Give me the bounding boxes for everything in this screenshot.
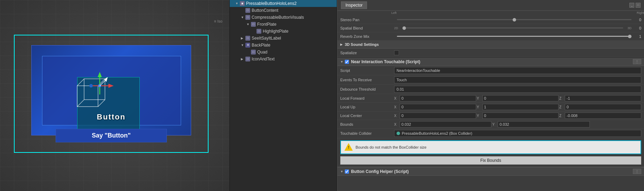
local-center-z-pair: Z xyxy=(559,113,641,119)
fold-arrow: ▼ xyxy=(235,2,239,5)
hierarchy-item-frontplate[interactable]: ▼ □ FrontPlate xyxy=(230,21,337,28)
near-interaction-fold: ▼ xyxy=(340,60,344,64)
hierarchy-label-quad: Quad xyxy=(257,50,267,55)
local-forward-x-input[interactable] xyxy=(400,95,476,101)
events-to-receive-input[interactable] xyxy=(394,76,641,83)
obj-icon-backplate: ⚙ xyxy=(245,43,250,48)
obj-icon-pressable: ▣ xyxy=(240,1,245,6)
hierarchy-label-seeit: SeeItSayItLabel xyxy=(252,36,281,41)
fold-arrow-backplate: ▼ xyxy=(241,43,244,47)
near-interaction-menu-btn[interactable]: ⋮ xyxy=(633,59,641,64)
bounds-y-input[interactable] xyxy=(498,121,589,127)
hierarchy-item-buttoncontent[interactable]: □ ButtonContent xyxy=(230,7,337,14)
reverb-zone-value: 1 xyxy=(394,34,641,39)
touchable-collider-label: Touchable Collider xyxy=(340,131,394,135)
local-center-y-input[interactable] xyxy=(482,113,559,119)
hierarchy-item-compressable[interactable]: ▼ □ CompressableButtonVisuals xyxy=(230,14,337,21)
spatial-blend-thumb xyxy=(402,26,406,30)
hierarchy-label-frontplate: FrontPlate xyxy=(257,22,276,27)
bounds-row: Bounds X Y xyxy=(337,120,644,129)
say-button-bar: Say "Button" xyxy=(56,129,167,142)
local-forward-z-input[interactable] xyxy=(565,95,641,101)
near-interaction-header[interactable]: ▼ Near Interaction Touchable (Script) ⋮ xyxy=(337,57,644,66)
reverb-zone-fill xyxy=(397,36,631,37)
button-config-title: Button Config Helper (Script) xyxy=(351,169,409,174)
hierarchy-item-quad[interactable]: □ Quad xyxy=(230,49,337,56)
fold-arrow-seeit: ▶ xyxy=(241,36,244,40)
local-center-row: Local Center X Y Z xyxy=(337,111,644,120)
touchable-collider-value: PressableButtonHoloLens2 (Box Collider) xyxy=(394,130,641,137)
bounds-x-label: X xyxy=(394,123,399,126)
local-forward-x-pair: X xyxy=(394,95,476,101)
touchable-collider-text: PressableButtonHoloLens2 (Box Collider) xyxy=(402,131,472,135)
warning-icon: ! xyxy=(344,143,353,151)
spatial-blend-row: Spatial Blend 2D 3D 0 xyxy=(337,24,644,32)
spatialize-checkbox[interactable] xyxy=(394,50,399,55)
fix-bounds-button[interactable]: Fix Bounds xyxy=(340,156,641,165)
stereopan-thumb xyxy=(513,18,516,22)
hierarchy-item-pressable[interactable]: ▼ ▣ PressableButtonHoloLens2 xyxy=(230,0,337,7)
bounds-x-input[interactable] xyxy=(400,121,491,127)
warning-exclamation: ! xyxy=(348,145,349,149)
inspector-tab[interactable]: Inspector xyxy=(341,1,367,9)
spatialize-value xyxy=(394,50,641,55)
spatial-blend-3d-label: 3D xyxy=(627,26,631,30)
local-up-x-label: X xyxy=(394,105,399,109)
sound-settings-header[interactable]: ▶ 3D Sound Settings xyxy=(337,41,644,49)
hierarchy-item-highlightplate[interactable]: □ HighlightPlate xyxy=(230,28,337,35)
local-up-xyz: X Y Z xyxy=(394,104,641,110)
stereopan-row: Stereo Pan 0 xyxy=(337,16,644,24)
hierarchy-item-seeit[interactable]: ▶ □ SeeItSayItLabel xyxy=(230,35,337,42)
maximize-button[interactable]: □ xyxy=(636,3,641,8)
local-forward-label: Local Forward xyxy=(340,96,394,100)
touchable-collider-field[interactable]: PressableButtonHoloLens2 (Box Collider) xyxy=(394,130,641,137)
hierarchy-item-iconandtext[interactable]: ▶ □ IconAndText xyxy=(230,56,337,63)
debounce-threshold-row: Debounce Threshold xyxy=(337,85,644,94)
hierarchy-item-backplate[interactable]: ▼ ⚙ BackPlate xyxy=(230,42,337,49)
local-forward-x-label: X xyxy=(394,97,399,100)
sound-settings-title: 3D Sound Settings xyxy=(345,42,379,47)
debounce-threshold-label: Debounce Threshold xyxy=(340,87,394,91)
script-value-text: NearInteractionTouchable xyxy=(397,68,440,73)
local-forward-xyz: X Y Z xyxy=(394,95,641,101)
local-center-label: Local Center xyxy=(340,114,394,118)
bounds-label: Bounds xyxy=(340,122,394,126)
minimize-button[interactable]: _ xyxy=(629,3,634,8)
viewport-label: ≡ Iso xyxy=(214,19,222,23)
local-up-x-input[interactable] xyxy=(400,104,476,110)
button-config-menu-btn[interactable]: ⋮ xyxy=(633,169,641,174)
hierarchy-panel: ▼ ▣ PressableButtonHoloLens2 □ ButtonCon… xyxy=(229,0,337,191)
near-interaction-checkbox[interactable] xyxy=(345,60,349,64)
local-up-y-pair: Y xyxy=(477,104,559,110)
obj-icon-compressable: □ xyxy=(245,15,250,20)
debounce-threshold-input[interactable] xyxy=(394,86,641,93)
local-up-y-input[interactable] xyxy=(482,104,559,110)
local-center-x-pair: X xyxy=(394,113,476,119)
stereopan-slider[interactable] xyxy=(397,19,631,20)
stereopan-label: Stereo Pan xyxy=(340,18,394,22)
local-forward-y-pair: Y xyxy=(477,95,559,101)
sound-settings-fold: ▶ xyxy=(340,43,344,46)
hierarchy-label-buttoncontent: ButtonContent xyxy=(252,8,278,13)
3d-viewport[interactable]: Button Say "Button" ≡ Iso xyxy=(0,0,229,191)
spatialize-row: Spatialize xyxy=(337,49,644,57)
obj-icon-iconandtext: □ xyxy=(245,57,250,61)
script-row: Script NearInteractionTouchable xyxy=(337,66,644,75)
reverb-zone-slider[interactable] xyxy=(397,36,631,37)
local-forward-z-label: Z xyxy=(559,97,564,100)
local-center-x-input[interactable] xyxy=(400,113,476,119)
spatial-blend-slider[interactable] xyxy=(402,27,623,28)
button-config-header[interactable]: ▼ Button Config Helper (Script) ⋮ xyxy=(337,167,644,176)
obj-icon-quad: □ xyxy=(251,50,256,55)
spatial-blend-2d-label: 2D xyxy=(394,26,398,30)
svg-marker-7 xyxy=(98,72,102,77)
local-center-z-input[interactable] xyxy=(565,113,641,119)
local-forward-y-input[interactable] xyxy=(482,95,559,101)
local-up-row: Local Up X Y Z xyxy=(337,103,644,111)
svg-line-2 xyxy=(77,79,84,86)
local-up-z-input[interactable] xyxy=(565,104,641,110)
obj-icon-frontplate: □ xyxy=(251,22,256,27)
reverb-zone-label: Reverb Zone Mix xyxy=(340,34,394,39)
script-field[interactable]: NearInteractionTouchable xyxy=(394,67,641,74)
button-config-checkbox[interactable] xyxy=(345,169,349,174)
